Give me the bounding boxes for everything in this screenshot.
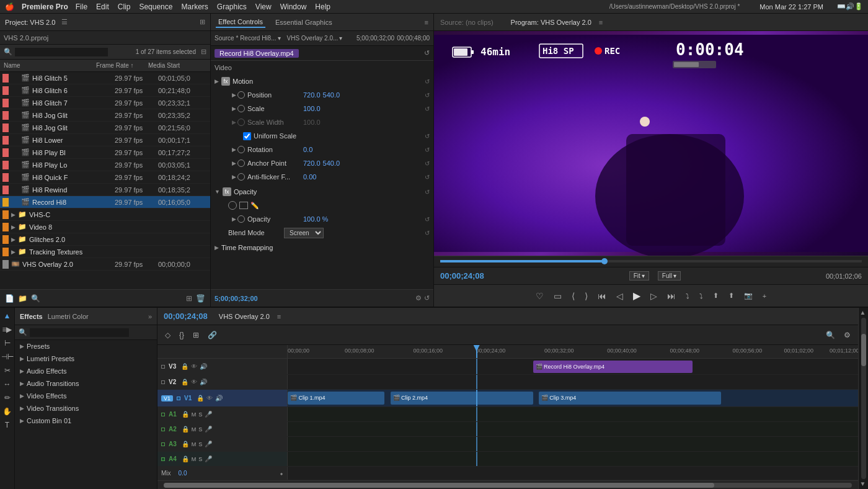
effects-panel-menu[interactable]: » bbox=[148, 313, 152, 320]
effects-item-presets[interactable]: ▶ Presets bbox=[15, 340, 157, 352]
link-icon[interactable]: 🔗 bbox=[205, 330, 219, 341]
effects-item-video-transitions[interactable]: ▶ Video Transitions bbox=[15, 402, 157, 415]
menu-help[interactable]: Help bbox=[315, 2, 330, 11]
list-item-selected[interactable]: 🎬 Record Hi8 29.97 fps 00;16;05;0 bbox=[0, 196, 210, 209]
list-item[interactable]: 🎬 Hi8 Rewind 29.97 fps 00;18;35;2 bbox=[0, 184, 210, 196]
scalewidth-row[interactable]: ▶ Scale Width 100.0 bbox=[228, 115, 433, 129]
monitor-timecode[interactable]: 00;00;24;08 bbox=[440, 271, 484, 280]
rolling-edit-tool[interactable]: ⊣⊢ bbox=[0, 351, 15, 362]
heart-icon[interactable]: ♡ bbox=[533, 290, 546, 302]
col-name[interactable]: Name bbox=[4, 62, 94, 69]
menu-edit[interactable]: Edit bbox=[96, 2, 109, 11]
uniformscale-reset[interactable]: ↺ bbox=[425, 133, 430, 140]
menu-markers[interactable]: Markers bbox=[181, 2, 208, 11]
list-item-folder-video8[interactable]: ▶ 📁 Video 8 bbox=[0, 221, 210, 233]
panel-menu-icon[interactable]: ≡ bbox=[425, 19, 428, 26]
position-reset[interactable]: ↺ bbox=[425, 92, 430, 99]
track-lock-v2[interactable]: 🔒 bbox=[181, 379, 188, 385]
track-content-a2[interactable] bbox=[288, 422, 858, 436]
tab-effects[interactable]: Effects bbox=[20, 313, 43, 320]
track-mute-a2[interactable]: M bbox=[192, 426, 197, 433]
button-editor-icon[interactable]: + bbox=[760, 291, 769, 301]
hand-tool[interactable]: ✋ bbox=[1, 406, 13, 417]
monitor-menu-icon[interactable]: ≡ bbox=[599, 19, 603, 26]
list-item[interactable]: 🎬 Hi8 Glitch 7 29.97 fps 00;23;32;1 bbox=[0, 97, 210, 109]
track-solo-a4[interactable]: S bbox=[198, 456, 202, 462]
menu-window[interactable]: Window bbox=[280, 2, 307, 11]
menu-file[interactable]: File bbox=[76, 2, 87, 11]
track-lock-a2[interactable]: 🔒 bbox=[182, 426, 189, 433]
effects-item-audio-transitions[interactable]: ▶ Audio Transitions bbox=[15, 377, 157, 390]
timeline-search-icon[interactable]: 🔍 bbox=[823, 330, 838, 341]
timeline-scrollbar[interactable] bbox=[157, 480, 858, 489]
list-item[interactable]: 🎬 Hi8 Quick F 29.97 fps 00;18;24;2 bbox=[0, 171, 210, 184]
apple-menu[interactable]: 🍎 bbox=[5, 2, 14, 11]
opacity-reset[interactable]: ↺ bbox=[425, 189, 430, 195]
track-select-tool[interactable]: ≡▶ bbox=[1, 324, 13, 335]
pen-tool-tl[interactable]: ✏ bbox=[3, 392, 12, 403]
grid-icon[interactable]: ⊞ bbox=[186, 294, 192, 303]
track-lock-a4[interactable]: 🔒 bbox=[182, 455, 189, 462]
extract-icon[interactable]: ⬆ bbox=[726, 290, 737, 301]
scroll-up-icon[interactable]: ▲ bbox=[860, 309, 867, 316]
list-item[interactable]: 🎬 Hi8 Glitch 6 29.97 fps 00;21;48;0 bbox=[0, 84, 210, 97]
step-back-icon[interactable]: ⏮ bbox=[595, 290, 609, 302]
list-view-icon[interactable]: ⊞ bbox=[200, 18, 205, 26]
clip-record-hi8[interactable]: 🎬 Record Hi8 Overlay.mp4 bbox=[533, 361, 693, 373]
tab-effect-controls[interactable]: Effect Controls bbox=[216, 17, 265, 28]
project-menu-icon[interactable]: ☰ bbox=[61, 18, 68, 26]
track-lock-v3[interactable]: 🔒 bbox=[181, 363, 188, 370]
track-record-a4[interactable]: 🎤 bbox=[205, 455, 212, 462]
track-content-a3[interactable] bbox=[288, 437, 858, 451]
anchorpoint-y[interactable]: 540.0 bbox=[323, 159, 340, 167]
effects-item-custom-bin[interactable]: ▶ Custom Bin 01 bbox=[15, 415, 157, 427]
list-item[interactable]: 🎬 Hi8 Play Lo 29.97 fps 00;03;05;1 bbox=[0, 159, 210, 171]
snap-icon[interactable]: ⊞ bbox=[190, 330, 202, 341]
play-stop-icon[interactable]: ▶ bbox=[631, 289, 643, 303]
antiflicker-row[interactable]: ▶ Anti-flicker F... 0.00 ↺ bbox=[228, 170, 433, 184]
scalewidth-value[interactable]: 100.0 bbox=[303, 119, 321, 126]
in-out-icon[interactable]: {} bbox=[177, 330, 187, 341]
pen-icon[interactable]: ✏️ bbox=[250, 202, 259, 210]
effects-item-lumetri-presets[interactable]: ▶ Lumetri Presets bbox=[15, 352, 157, 365]
track-vis-v2[interactable]: 👁 bbox=[191, 379, 197, 385]
track-content-v1[interactable]: 🎬 Clip 1.mp4 🎬 Clip 2.mp4 🎬 Clip 3.mp4 bbox=[288, 390, 858, 406]
track-lock-a1[interactable]: 🔒 bbox=[182, 411, 189, 418]
settings-icon[interactable]: ⚙ bbox=[841, 330, 853, 341]
track-mute-a3[interactable]: M bbox=[192, 441, 197, 447]
zoom-dropdown[interactable]: Full ▾ bbox=[658, 271, 681, 280]
motion-header[interactable]: ▶ fx Motion ↺ bbox=[211, 74, 433, 88]
project-search-input[interactable] bbox=[15, 48, 108, 56]
track-mute-a4[interactable]: M bbox=[192, 456, 197, 462]
opacity-val-reset[interactable]: ↺ bbox=[425, 216, 430, 223]
clip-dropdown[interactable]: VHS Overlay 2.0... ▾ bbox=[287, 35, 343, 42]
out-point-icon[interactable]: ⟩ bbox=[582, 290, 590, 302]
list-item[interactable]: 🎬 Hi8 Jog Glit 29.97 fps 00;23;35;2 bbox=[0, 109, 210, 122]
track-content-a4[interactable] bbox=[288, 452, 858, 466]
source-dropdown[interactable]: Source * Record Hi8... ▾ bbox=[215, 35, 281, 42]
list-item-folder-vhsc[interactable]: ▶ 📁 VHS-C bbox=[0, 209, 210, 221]
list-item[interactable]: 🎬 Hi8 Jog Glit 29.97 fps 00;21;56;0 bbox=[0, 122, 210, 134]
rotation-row[interactable]: ▶ Rotation 0.0 ↺ bbox=[228, 143, 433, 156]
col-fps[interactable]: Frame Rate ↑ bbox=[96, 62, 146, 69]
effects-item-audio-effects[interactable]: ▶ Audio Effects bbox=[15, 365, 157, 377]
ellipse-icon[interactable] bbox=[228, 201, 237, 210]
folder-icon-btn[interactable]: 📁 bbox=[18, 294, 27, 303]
razor-tool[interactable]: ✂ bbox=[3, 365, 12, 376]
menu-graphics[interactable]: Graphics bbox=[217, 2, 247, 11]
track-solo-a3[interactable]: S bbox=[198, 441, 202, 447]
anchorpoint-x[interactable]: 720.0 bbox=[303, 159, 321, 167]
track-lock-v1[interactable]: 🔒 bbox=[197, 395, 204, 402]
delete-icon[interactable]: 🗑️ bbox=[196, 294, 205, 303]
track-vis-v1[interactable]: 👁 bbox=[206, 395, 213, 402]
in-point-icon[interactable]: ⟨ bbox=[569, 290, 577, 302]
effects-item-video-effects[interactable]: ▶ Video Effects bbox=[15, 390, 157, 402]
menu-clip[interactable]: Clip bbox=[118, 2, 131, 11]
track-audio-v2[interactable]: 🔊 bbox=[200, 379, 207, 385]
search-icon-btn[interactable]: 🔍 bbox=[31, 294, 40, 303]
list-item[interactable]: 🎬 Hi8 Lower 29.97 fps 00;00;17;1 bbox=[0, 134, 210, 146]
track-record-a3[interactable]: 🎤 bbox=[205, 441, 212, 447]
step-fwd-icon[interactable]: ⏭ bbox=[665, 290, 678, 302]
export-frame-icon[interactable]: 📷 bbox=[742, 290, 755, 301]
mix-keyframe-icon[interactable]: ⬥ bbox=[280, 470, 283, 477]
